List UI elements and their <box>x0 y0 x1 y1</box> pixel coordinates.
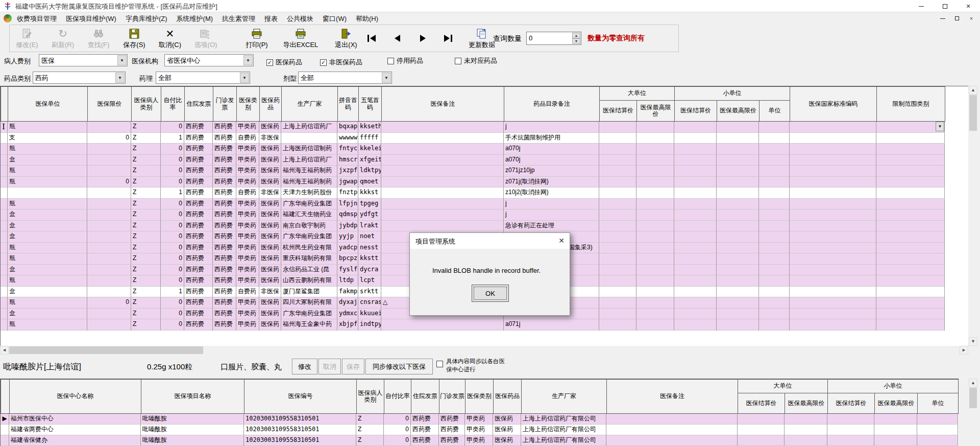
grid-cell[interactable] <box>759 155 790 166</box>
grid-cell[interactable]: bqxap: <box>337 122 358 133</box>
grid-cell[interactable]: 0 <box>161 144 184 155</box>
grid-cell[interactable] <box>917 435 958 446</box>
grid-cell[interactable] <box>876 187 945 199</box>
filter-checkbox-4[interactable]: 未对应药品 <box>455 56 497 65</box>
grid-cell[interactable]: 医保药 <box>259 144 281 155</box>
grid-cell[interactable]: 西药费 <box>213 309 236 320</box>
table-row[interactable]: 支0Z1西药费西药费自费药非医保wwwwwfffff手术抗菌限制维护用 <box>1 133 945 144</box>
grid-cell[interactable] <box>785 425 827 435</box>
grid-cell[interactable] <box>674 319 717 331</box>
table-row[interactable]: 盒Z0西药费西药费甲类药医保药福建汇天生物药业qdmspydfgtj <box>1 209 945 221</box>
grid-cell[interactable]: 西药费 <box>184 122 213 133</box>
grid-cell[interactable]: 福州市医保中心 <box>9 414 141 425</box>
grid-cell[interactable]: 非医保 <box>259 133 281 144</box>
grid-cell[interactable]: 甲类药 <box>236 209 259 221</box>
table-row[interactable]: 瓶0Z0西药费西药费甲类药医保药福州海王福药制药jgwapqmoetz071j(… <box>1 177 945 188</box>
grid-cell[interactable] <box>87 231 131 243</box>
menu-item[interactable]: 字典库维护(Z) <box>121 12 172 25</box>
grid-cell[interactable]: 甲类药 <box>236 265 259 276</box>
grid-cell[interactable]: 急诊有药正在处理 <box>504 221 599 232</box>
grid-cell[interactable]: 10203003109558310501 <box>244 435 356 446</box>
grid-cell[interactable] <box>674 155 717 166</box>
grid-cell[interactable]: 广东华南药业集团 <box>281 231 337 243</box>
grid-cell[interactable]: 0 <box>87 297 131 309</box>
grid-cell[interactable] <box>874 425 917 435</box>
grid-cell[interactable] <box>876 319 945 331</box>
mdi-close-button[interactable]: × <box>965 14 978 23</box>
grid-cell[interactable]: 西药费 <box>213 177 236 188</box>
detail-modify-button[interactable]: 修改 <box>292 359 317 374</box>
grid-cell[interactable] <box>674 297 717 309</box>
grid-cell[interactable]: z071jz10jp <box>504 166 599 177</box>
spinner-up-button[interactable]: ▲ <box>572 33 580 38</box>
grid-cell[interactable] <box>717 243 759 254</box>
grid-cell[interactable]: 甲类药 <box>236 177 259 188</box>
grid-cell[interactable]: Z <box>131 309 161 320</box>
grid-cell[interactable]: 西药费 <box>213 275 236 287</box>
chevron-down-icon[interactable]: ▼ <box>115 73 125 83</box>
grid-cell[interactable] <box>827 435 874 446</box>
grid-cell[interactable]: 福州海王金象中药 <box>281 319 337 331</box>
cell-dropdown-button[interactable]: ▼ <box>936 122 944 131</box>
grid-cell[interactable] <box>717 221 759 232</box>
grid-cell[interactable]: 甲类药 <box>465 435 493 446</box>
grid-cell[interactable] <box>790 253 876 265</box>
grid-cell[interactable]: 厦门星鲨集团 <box>281 287 337 298</box>
grid-cell[interactable] <box>876 177 945 188</box>
main-grid-hscrollbar[interactable]: ◄ ► <box>0 346 968 355</box>
nav-prev-button[interactable] <box>386 30 408 46</box>
grid-cell[interactable]: 西药费 <box>213 265 236 276</box>
grid-cell[interactable]: Z <box>131 231 161 243</box>
close-button[interactable]: × <box>957 0 980 12</box>
grid-cell[interactable] <box>717 265 759 276</box>
grid-cell[interactable]: 西药费 <box>213 319 236 331</box>
grid-cell[interactable] <box>759 265 790 276</box>
grid-cell[interactable]: 医保药 <box>259 319 281 331</box>
grid-cell[interactable] <box>674 253 717 265</box>
grid-cell[interactable]: 西药费 <box>184 319 213 331</box>
grid-cell[interactable] <box>790 166 876 177</box>
grid-cell[interactable] <box>87 144 131 155</box>
grid-cell[interactable]: kkseth <box>358 122 381 133</box>
grid-cell[interactable] <box>636 209 674 221</box>
grid-cell[interactable]: 西药费 <box>439 435 465 446</box>
grid-cell[interactable] <box>717 144 759 155</box>
grid-cell[interactable]: fnztp <box>337 187 358 199</box>
table-row[interactable]: ▶福州市医保中心吡嗪酰胺10203003109558310501Z0西药费西药费… <box>1 414 958 425</box>
grid-cell[interactable]: a071j <box>504 319 599 331</box>
grid-cell[interactable]: ydfgt <box>358 209 381 221</box>
grid-cell[interactable] <box>87 199 131 210</box>
grid-cell[interactable]: 上海上药信谊药厂有限公司 <box>521 414 606 425</box>
grid-cell[interactable] <box>674 144 717 155</box>
grid-cell[interactable] <box>674 122 717 133</box>
grid-cell[interactable] <box>636 199 674 210</box>
grid-cell[interactable]: 瓶 <box>8 243 87 254</box>
grid-cell[interactable] <box>8 187 87 199</box>
row-indicator-cell[interactable] <box>1 435 9 446</box>
grid-cell[interactable] <box>738 435 785 446</box>
grid-cell[interactable]: 自费药 <box>236 187 259 199</box>
grid-cell[interactable]: z071j(取消挂网) <box>504 177 599 188</box>
grid-cell[interactable]: ydmxc <box>337 309 358 320</box>
grid-cell[interactable] <box>876 309 945 320</box>
grid-cell[interactable] <box>636 166 674 177</box>
grid-cell[interactable] <box>599 155 636 166</box>
query-count-spinner[interactable]: 0 ▲ ▼ <box>526 32 581 45</box>
grid-cell[interactable]: 甲类药 <box>236 166 259 177</box>
grid-cell[interactable]: z10j2(取消挂网) <box>504 187 599 199</box>
grid-cell[interactable]: 西药费 <box>439 414 465 425</box>
grid-cell[interactable]: 0 <box>384 425 411 435</box>
grid-cell[interactable] <box>381 155 504 166</box>
save-button[interactable]: 保存(S) <box>118 27 151 51</box>
grid-cell[interactable] <box>759 209 790 221</box>
table-row[interactable]: 福建省两费中心吡嗪酰胺10203003109558310501Z0西药费西药费甲… <box>1 425 958 435</box>
grid-cell[interactable] <box>717 187 759 199</box>
grid-cell[interactable] <box>790 287 876 298</box>
chevron-down-icon[interactable]: ▼ <box>382 73 391 83</box>
grid-cell[interactable]: 支 <box>8 133 87 144</box>
table-row[interactable]: 盒Z0西药费西药费甲类药医保药上海上药信谊药厂hmscrxfgeita070j <box>1 155 945 166</box>
grid-cell[interactable] <box>636 133 674 144</box>
grid-cell[interactable]: 医保药 <box>493 425 521 435</box>
grid-cell[interactable]: noet <box>358 231 381 243</box>
grid-cell[interactable] <box>381 166 504 177</box>
